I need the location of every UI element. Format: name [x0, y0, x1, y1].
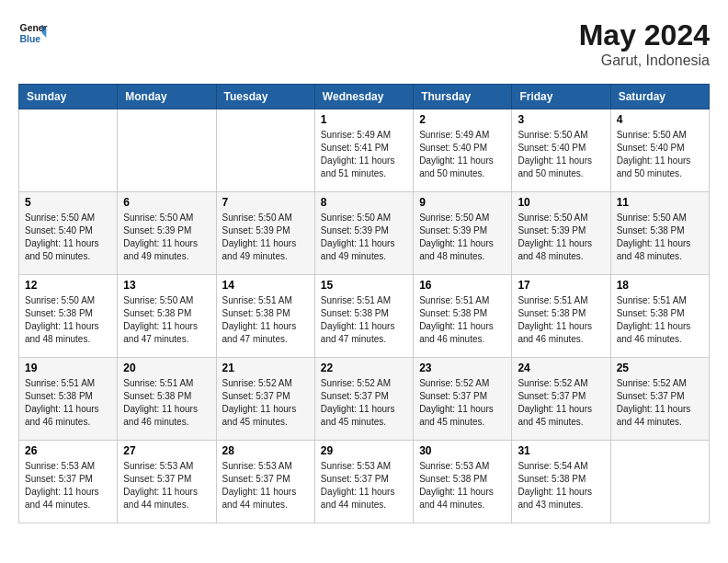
location: Garut, Indonesia [579, 52, 710, 69]
day-number: 26 [25, 444, 111, 457]
day-number: 5 [25, 196, 111, 209]
day-number: 7 [222, 196, 309, 209]
day-info: Sunrise: 5:50 AM Sunset: 5:40 PM Dayligh… [617, 129, 703, 180]
day-info: Sunrise: 5:50 AM Sunset: 5:38 PM Dayligh… [617, 212, 703, 263]
month-year: May 2024 [579, 18, 710, 52]
day-info: Sunrise: 5:50 AM Sunset: 5:39 PM Dayligh… [321, 212, 407, 263]
day-number: 24 [518, 362, 604, 374]
weekday-header-tuesday: Tuesday [216, 85, 314, 109]
day-number: 19 [25, 362, 111, 374]
day-cell: 12Sunrise: 5:50 AM Sunset: 5:38 PM Dayli… [19, 275, 118, 358]
weekday-header-thursday: Thursday [414, 85, 512, 109]
day-cell: 19Sunrise: 5:51 AM Sunset: 5:38 PM Dayli… [19, 358, 118, 441]
day-cell: 8Sunrise: 5:50 AM Sunset: 5:39 PM Daylig… [314, 192, 413, 275]
day-number: 21 [222, 362, 309, 374]
day-cell [216, 109, 314, 192]
day-info: Sunrise: 5:51 AM Sunset: 5:38 PM Dayligh… [518, 294, 604, 346]
day-cell: 31Sunrise: 5:54 AM Sunset: 5:38 PM Dayli… [512, 441, 610, 523]
day-number: 2 [419, 113, 506, 126]
day-number: 12 [25, 279, 111, 292]
day-info: Sunrise: 5:50 AM Sunset: 5:39 PM Dayligh… [419, 212, 506, 263]
calendar-table: SundayMondayTuesdayWednesdayThursdayFrid… [18, 84, 710, 523]
day-info: Sunrise: 5:52 AM Sunset: 5:37 PM Dayligh… [321, 377, 407, 429]
weekday-header-friday: Friday [512, 85, 610, 109]
day-info: Sunrise: 5:49 AM Sunset: 5:41 PM Dayligh… [321, 129, 407, 180]
day-number: 15 [321, 279, 407, 292]
day-number: 3 [518, 113, 604, 126]
day-cell: 22Sunrise: 5:52 AM Sunset: 5:37 PM Dayli… [314, 358, 413, 441]
day-number: 22 [321, 362, 407, 374]
day-cell: 1Sunrise: 5:49 AM Sunset: 5:41 PM Daylig… [314, 109, 413, 192]
day-number: 10 [518, 196, 604, 209]
day-info: Sunrise: 5:50 AM Sunset: 5:39 PM Dayligh… [518, 212, 604, 263]
day-info: Sunrise: 5:50 AM Sunset: 5:38 PM Dayligh… [123, 294, 210, 346]
weekday-header-row: SundayMondayTuesdayWednesdayThursdayFrid… [19, 85, 710, 109]
day-info: Sunrise: 5:50 AM Sunset: 5:39 PM Dayligh… [222, 212, 309, 263]
day-cell: 18Sunrise: 5:51 AM Sunset: 5:38 PM Dayli… [610, 275, 709, 358]
day-info: Sunrise: 5:53 AM Sunset: 5:37 PM Dayligh… [222, 460, 309, 511]
day-cell: 6Sunrise: 5:50 AM Sunset: 5:39 PM Daylig… [118, 192, 216, 275]
day-number: 9 [419, 196, 506, 209]
day-cell: 30Sunrise: 5:53 AM Sunset: 5:38 PM Dayli… [414, 441, 512, 523]
day-number: 11 [617, 196, 703, 209]
logo: General Blue [18, 18, 51, 48]
day-info: Sunrise: 5:52 AM Sunset: 5:37 PM Dayligh… [419, 377, 506, 429]
day-cell: 21Sunrise: 5:52 AM Sunset: 5:37 PM Dayli… [216, 358, 314, 441]
day-cell: 4Sunrise: 5:50 AM Sunset: 5:40 PM Daylig… [610, 109, 709, 192]
day-number: 6 [123, 196, 210, 209]
day-info: Sunrise: 5:51 AM Sunset: 5:38 PM Dayligh… [123, 377, 210, 429]
day-info: Sunrise: 5:53 AM Sunset: 5:37 PM Dayligh… [25, 460, 111, 511]
day-info: Sunrise: 5:49 AM Sunset: 5:40 PM Dayligh… [419, 129, 506, 180]
week-row-2: 5Sunrise: 5:50 AM Sunset: 5:40 PM Daylig… [19, 192, 710, 275]
day-info: Sunrise: 5:52 AM Sunset: 5:37 PM Dayligh… [518, 377, 604, 429]
day-info: Sunrise: 5:50 AM Sunset: 5:40 PM Dayligh… [518, 129, 604, 180]
day-cell [19, 109, 118, 192]
svg-text:Blue: Blue [20, 34, 41, 44]
day-cell: 25Sunrise: 5:52 AM Sunset: 5:37 PM Dayli… [610, 358, 709, 441]
weekday-header-monday: Monday [118, 85, 216, 109]
day-info: Sunrise: 5:50 AM Sunset: 5:40 PM Dayligh… [25, 212, 111, 263]
day-cell: 9Sunrise: 5:50 AM Sunset: 5:39 PM Daylig… [414, 192, 512, 275]
day-info: Sunrise: 5:52 AM Sunset: 5:37 PM Dayligh… [222, 377, 309, 429]
day-cell: 3Sunrise: 5:50 AM Sunset: 5:40 PM Daylig… [512, 109, 610, 192]
day-info: Sunrise: 5:50 AM Sunset: 5:39 PM Dayligh… [123, 212, 210, 263]
day-info: Sunrise: 5:53 AM Sunset: 5:37 PM Dayligh… [123, 460, 210, 511]
day-info: Sunrise: 5:53 AM Sunset: 5:38 PM Dayligh… [419, 460, 506, 511]
day-number: 1 [321, 113, 407, 126]
day-cell: 20Sunrise: 5:51 AM Sunset: 5:38 PM Dayli… [118, 358, 216, 441]
day-cell [610, 441, 709, 523]
day-number: 23 [419, 362, 506, 374]
day-cell: 23Sunrise: 5:52 AM Sunset: 5:37 PM Dayli… [414, 358, 512, 441]
weekday-header-sunday: Sunday [19, 85, 118, 109]
week-row-3: 12Sunrise: 5:50 AM Sunset: 5:38 PM Dayli… [19, 275, 710, 358]
day-number: 16 [419, 279, 506, 292]
day-cell: 29Sunrise: 5:53 AM Sunset: 5:37 PM Dayli… [314, 441, 413, 523]
day-cell: 7Sunrise: 5:50 AM Sunset: 5:39 PM Daylig… [216, 192, 314, 275]
day-cell: 5Sunrise: 5:50 AM Sunset: 5:40 PM Daylig… [19, 192, 118, 275]
day-cell: 14Sunrise: 5:51 AM Sunset: 5:38 PM Dayli… [216, 275, 314, 358]
day-info: Sunrise: 5:51 AM Sunset: 5:38 PM Dayligh… [222, 294, 309, 346]
day-cell: 17Sunrise: 5:51 AM Sunset: 5:38 PM Dayli… [512, 275, 610, 358]
title-block: May 2024 Garut, Indonesia [579, 18, 710, 69]
week-row-5: 26Sunrise: 5:53 AM Sunset: 5:37 PM Dayli… [19, 441, 710, 523]
day-cell: 24Sunrise: 5:52 AM Sunset: 5:37 PM Dayli… [512, 358, 610, 441]
day-cell: 13Sunrise: 5:50 AM Sunset: 5:38 PM Dayli… [118, 275, 216, 358]
day-number: 13 [123, 279, 210, 292]
day-info: Sunrise: 5:51 AM Sunset: 5:38 PM Dayligh… [25, 377, 111, 429]
day-cell: 15Sunrise: 5:51 AM Sunset: 5:38 PM Dayli… [314, 275, 413, 358]
day-number: 31 [518, 444, 604, 457]
day-number: 8 [321, 196, 407, 209]
week-row-4: 19Sunrise: 5:51 AM Sunset: 5:38 PM Dayli… [19, 358, 710, 441]
day-number: 14 [222, 279, 309, 292]
day-info: Sunrise: 5:53 AM Sunset: 5:37 PM Dayligh… [321, 460, 407, 511]
day-info: Sunrise: 5:52 AM Sunset: 5:37 PM Dayligh… [617, 377, 703, 429]
day-cell [118, 109, 216, 192]
day-info: Sunrise: 5:50 AM Sunset: 5:38 PM Dayligh… [25, 294, 111, 346]
day-info: Sunrise: 5:51 AM Sunset: 5:38 PM Dayligh… [617, 294, 703, 346]
day-cell: 2Sunrise: 5:49 AM Sunset: 5:40 PM Daylig… [414, 109, 512, 192]
logo-icon: General Blue [18, 18, 48, 48]
day-info: Sunrise: 5:51 AM Sunset: 5:38 PM Dayligh… [419, 294, 506, 346]
day-number: 4 [617, 113, 703, 126]
day-info: Sunrise: 5:54 AM Sunset: 5:38 PM Dayligh… [518, 460, 604, 511]
day-cell: 11Sunrise: 5:50 AM Sunset: 5:38 PM Dayli… [610, 192, 709, 275]
